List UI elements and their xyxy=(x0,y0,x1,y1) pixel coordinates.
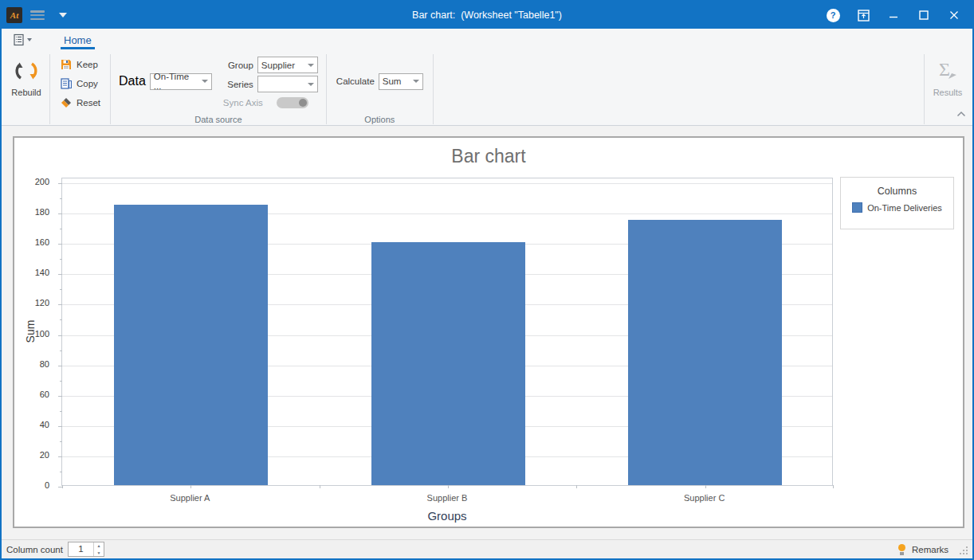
outline-view-icon xyxy=(13,33,26,46)
svg-text:Σ: Σ xyxy=(939,59,950,80)
maximize-icon xyxy=(919,10,929,20)
copy-label: Copy xyxy=(77,79,98,88)
y-tick-label: 140 xyxy=(14,268,49,277)
y-axis-labels: 020406080100120140160180200 xyxy=(14,178,56,486)
y-major-tick xyxy=(58,274,62,275)
copy-icon xyxy=(60,77,73,90)
data-field-row: Data On-Time ... xyxy=(119,72,212,90)
data-source-group: Data On-Time ... Group Supplier xyxy=(112,52,324,125)
calculate-label: Calculate xyxy=(336,76,375,86)
collapse-ribbon-button[interactable] xyxy=(956,106,966,120)
legend-title: Columns xyxy=(878,186,917,197)
ribbon-separator xyxy=(326,54,327,124)
y-tick-label: 120 xyxy=(14,298,49,307)
ribbon-separator xyxy=(924,54,925,124)
maximize-button[interactable] xyxy=(910,4,937,26)
help-button[interactable]: ? xyxy=(819,4,846,26)
options-group: Calculate Sum Options xyxy=(328,52,431,125)
y-minor-tick xyxy=(60,472,62,472)
y-minor-tick xyxy=(60,411,62,412)
y-tick-label: 160 xyxy=(14,237,49,247)
x-center-tick xyxy=(705,485,706,488)
x-boundary-tick xyxy=(62,485,63,488)
data-combobox-value: On-Time ... xyxy=(154,72,197,91)
help-icon: ? xyxy=(827,9,840,22)
y-major-tick xyxy=(58,396,62,397)
y-tick-label: 80 xyxy=(14,359,49,369)
series-combobox[interactable] xyxy=(257,76,318,92)
sync-axis-toggle[interactable] xyxy=(277,97,308,108)
chart-panel: Bar chart Sum 02040608010012014016018020… xyxy=(13,136,964,528)
chart-legend: Columns On-Time Deliveries xyxy=(840,177,954,229)
legend-label: On-Time Deliveries xyxy=(867,203,942,213)
y-tick-label: 180 xyxy=(14,207,49,217)
stepper-down-button[interactable]: ▼ xyxy=(94,550,104,557)
title-bar: At Bar chart: (Worksheet "Tabelle1") ? xyxy=(2,2,972,29)
group-combobox-value: Supplier xyxy=(261,61,295,70)
y-minor-tick xyxy=(60,350,62,351)
x-boundary-tick xyxy=(576,485,577,488)
series-label: Series xyxy=(223,80,253,89)
y-tick-label: 40 xyxy=(14,420,49,429)
y-tick-label: 60 xyxy=(14,390,49,399)
stepper-buttons: ▲ ▼ xyxy=(93,542,104,556)
ribbon-separator xyxy=(110,54,111,124)
y-minor-tick xyxy=(60,259,62,260)
tab-home[interactable]: Home xyxy=(59,31,96,49)
y-tick-label: 200 xyxy=(14,177,49,186)
chevron-down-icon xyxy=(308,83,314,86)
resize-grip[interactable] xyxy=(958,545,968,554)
chevron-up-icon xyxy=(956,111,966,117)
remarks-label[interactable]: Remarks xyxy=(912,545,948,554)
rebuild-refresh-icon xyxy=(14,58,39,84)
stepper-up-button[interactable]: ▲ xyxy=(94,542,104,550)
calculate-combobox[interactable]: Sum xyxy=(379,73,423,90)
reset-label: Reset xyxy=(77,98,100,108)
data-label: Data xyxy=(119,74,146,88)
rebuild-button[interactable]: Rebuild xyxy=(5,52,48,125)
hamburger-menu-icon[interactable] xyxy=(30,10,45,20)
y-major-tick xyxy=(58,304,62,305)
report-outline-button[interactable] xyxy=(13,33,32,46)
close-button[interactable] xyxy=(941,4,968,26)
y-minor-tick xyxy=(60,441,62,442)
column-count-stepper[interactable]: 1 ▲ ▼ xyxy=(68,542,104,557)
bar-supplier-b xyxy=(371,242,525,485)
minimize-button[interactable] xyxy=(880,4,907,26)
content-area: Bar chart Sum 02040608010012014016018020… xyxy=(2,126,972,539)
reset-button[interactable]: Reset xyxy=(57,95,104,111)
bar-supplier-c xyxy=(628,220,782,485)
column-count-label: Column count xyxy=(6,545,63,554)
rebuild-label: Rebuild xyxy=(11,88,41,97)
group-combobox[interactable]: Supplier xyxy=(257,57,318,73)
title-dropdown-caret-icon[interactable] xyxy=(59,13,67,18)
series-field-row: Series xyxy=(223,76,318,93)
ribbon-body: Rebuild Keep xyxy=(2,50,972,125)
minimize-icon xyxy=(889,10,898,20)
save-floppy-icon xyxy=(60,58,73,71)
legend-swatch xyxy=(852,202,862,213)
status-bar-right: Remarks xyxy=(897,544,968,555)
y-minor-tick xyxy=(60,289,62,290)
pin-window-icon xyxy=(858,10,870,22)
group-field-row: Group Supplier xyxy=(223,57,318,74)
app-logo-icon: At xyxy=(6,7,22,23)
copy-button[interactable]: Copy xyxy=(57,76,104,92)
keep-button[interactable]: Keep xyxy=(57,57,104,72)
data-source-caption: Data source xyxy=(112,115,324,124)
gridline xyxy=(62,183,832,184)
ribbon-pin-button[interactable] xyxy=(850,4,877,26)
sync-axis-row: Sync Axis xyxy=(223,94,318,112)
calculate-field-row: Calculate Sum xyxy=(336,72,423,90)
ribbon: Home Rebuild xyxy=(2,29,972,126)
bar-supplier-a xyxy=(114,205,268,485)
chevron-down-icon xyxy=(202,80,208,83)
outline-dropdown-caret-icon xyxy=(27,38,32,41)
ribbon-separator xyxy=(433,54,434,124)
data-combobox[interactable]: On-Time ... xyxy=(150,73,212,90)
x-tick-label: Supplier C xyxy=(641,493,768,503)
x-boundary-tick xyxy=(320,485,320,488)
options-caption: Options xyxy=(328,115,431,124)
y-minor-tick xyxy=(60,319,62,320)
y-major-tick xyxy=(58,335,62,336)
